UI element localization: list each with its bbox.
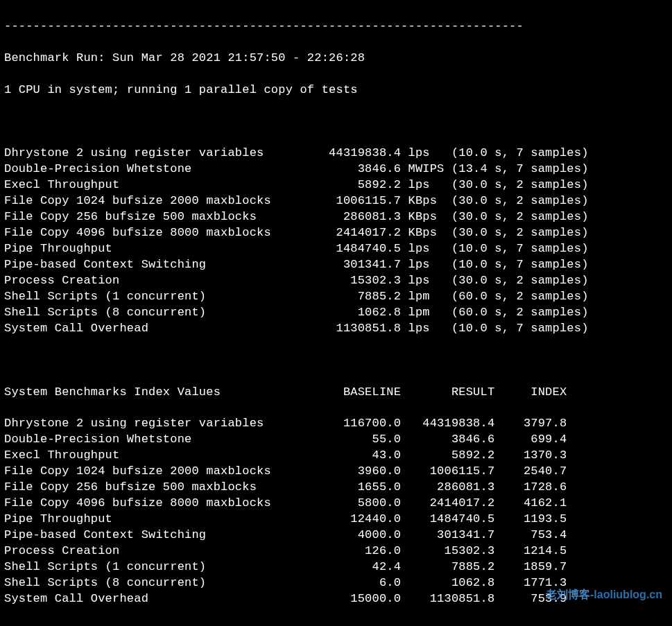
- index-row: File Copy 4096 bufsize 8000 maxblocks 58…: [4, 496, 668, 512]
- separator-top: ----------------------------------------…: [4, 19, 668, 35]
- index-row: File Copy 256 bufsize 500 maxblocks 1655…: [4, 480, 668, 496]
- index-row: Shell Scripts (8 concurrent) 6.0 1062.8 …: [4, 575, 668, 591]
- result-row: Shell Scripts (1 concurrent) 7885.2 lpm …: [4, 289, 668, 305]
- cpu-info-line: 1 CPU in system; running 1 parallel copy…: [4, 82, 668, 98]
- result-row: Dhrystone 2 using register variables 443…: [4, 146, 668, 162]
- result-row: Double-Precision Whetstone 3846.6 MWIPS …: [4, 162, 668, 177]
- index-row: Shell Scripts (1 concurrent) 42.4 7885.2…: [4, 559, 668, 575]
- result-row: File Copy 256 bufsize 500 maxblocks 2860…: [4, 209, 668, 225]
- result-row: File Copy 1024 bufsize 2000 maxblocks 10…: [4, 193, 668, 209]
- index-row: Process Creation 126.0 15302.3 1214.5: [4, 544, 668, 559]
- result-row: Pipe-based Context Switching 301341.7 lp…: [4, 257, 668, 273]
- index-header: System Benchmarks Index Values BASELINE …: [4, 385, 668, 401]
- blank: [4, 353, 668, 369]
- index-row: System Call Overhead 15000.0 1130851.8 7…: [4, 591, 668, 607]
- benchmark-run-line: Benchmark Run: Sun Mar 28 2021 21:57:50 …: [4, 51, 668, 67]
- result-row: Process Creation 15302.3 lps (30.0 s, 2 …: [4, 273, 668, 289]
- score-rule: ========: [4, 623, 668, 626]
- result-row: Execl Throughput 5892.2 lps (30.0 s, 2 s…: [4, 177, 668, 193]
- index-row: Execl Throughput 43.0 5892.2 1370.3: [4, 448, 668, 464]
- result-row: Pipe Throughput 1484740.5 lps (10.0 s, 7…: [4, 241, 668, 257]
- index-row: File Copy 1024 bufsize 2000 maxblocks 39…: [4, 464, 668, 480]
- terminal-output: ----------------------------------------…: [0, 0, 672, 626]
- result-row: System Call Overhead 1130851.8 lps (10.0…: [4, 321, 668, 337]
- index-row: Pipe-based Context Switching 4000.0 3013…: [4, 528, 668, 544]
- results-block: Dhrystone 2 using register variables 443…: [4, 146, 668, 336]
- blank: [4, 114, 668, 130]
- result-row: File Copy 4096 bufsize 8000 maxblocks 24…: [4, 225, 668, 241]
- index-row: Pipe Throughput 12440.0 1484740.5 1193.5: [4, 512, 668, 528]
- result-row: Shell Scripts (8 concurrent) 1062.8 lpm …: [4, 305, 668, 321]
- index-row: Dhrystone 2 using register variables 116…: [4, 416, 668, 432]
- index-block: Dhrystone 2 using register variables 116…: [4, 416, 668, 607]
- index-row: Double-Precision Whetstone 55.0 3846.6 6…: [4, 432, 668, 448]
